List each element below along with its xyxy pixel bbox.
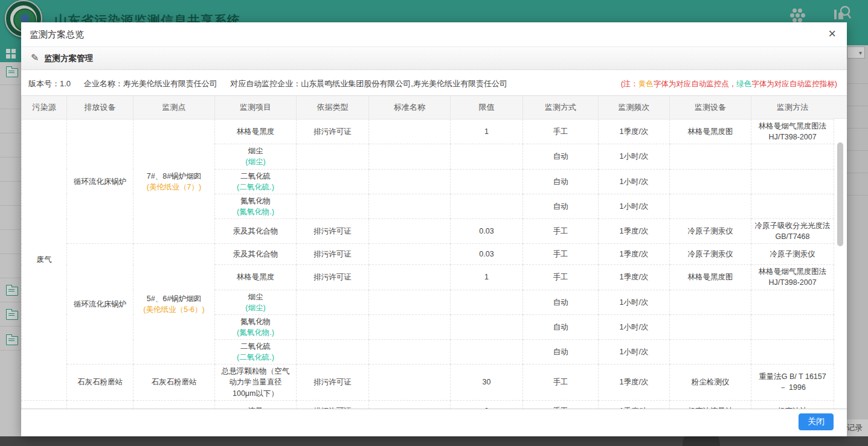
modal-titlebar: 监测方案总览 × (21, 22, 847, 47)
table-cell: 汞及其化合物 (215, 219, 297, 244)
auto-company-value: 山东晨鸣纸业集团股份有限公司,寿光美伦纸业有限责任公司 (301, 79, 507, 88)
table-cell: 石灰石粉磨站 (67, 365, 133, 400)
table-cell: 1小时/次 (599, 290, 670, 314)
table-cell (297, 340, 369, 365)
version-label: 版本号： (28, 79, 60, 88)
cell-line: 二氧化硫 (218, 171, 293, 182)
table-cell: 自动 (523, 144, 599, 169)
table-cell: 汞及其化合物 (215, 244, 297, 265)
table-cell (297, 144, 369, 169)
table-cell (670, 194, 751, 218)
table-cell: 氮氧化物(氮氧化物.) (215, 314, 297, 339)
table-cell: 总悬浮颗粒物（空气动力学当量直径100μm以下） (215, 365, 297, 400)
table-cell: 林格曼黑度图 (670, 265, 751, 290)
auto-monitor-tag: (美伦纸业（7）) (137, 182, 211, 193)
table-row: 废气循环流化床锅炉7#、8#锅炉烟囱(美伦纸业（7）)林格曼黑度排污许可证1手工… (22, 119, 834, 144)
cell-line: 7#、8#锅炉烟囱 (137, 171, 211, 182)
section-header: ✎ 监测方案管理 (21, 47, 847, 70)
table-cell (369, 244, 451, 265)
column-header: 监测频次 (599, 96, 670, 119)
table-cell: 手工 (523, 119, 599, 144)
column-header: 监测点 (133, 96, 215, 119)
table-cell (751, 194, 834, 218)
table-cell (670, 169, 751, 194)
table-cell: 自动 (523, 290, 599, 314)
table-cell (369, 265, 451, 290)
table-cell (751, 314, 834, 339)
table-cell: 1 (451, 265, 523, 290)
table-cell: 循环流化床锅炉 (67, 244, 133, 365)
table-cell: 1季度/次 (599, 265, 670, 290)
table-cell (451, 169, 523, 194)
table-cell: 冷原子吸收分光光度法GB/T7468 (751, 219, 834, 244)
company-value: 寿光美伦纸业有限责任公司 (123, 79, 217, 88)
table-cell: 0.03 (451, 244, 523, 265)
table-cell: 1季度/次 (599, 244, 670, 265)
column-header: 排放设备 (67, 96, 133, 119)
auto-monitor-tag: (氮氧化物.) (218, 206, 293, 217)
table-cell (451, 144, 523, 169)
auto-monitor-tag: (氮氧化物.) (218, 327, 293, 338)
auto-monitor-tag: (烟尘) (218, 156, 293, 167)
table-cell: 氮氧化物(氮氧化物.) (215, 194, 297, 218)
table-cell: 排污许可证 (297, 219, 369, 244)
table-cell: 手工 (523, 265, 599, 290)
note-yellow-word: 黄色 (638, 80, 654, 88)
table-cell: 林格曼烟气黑度图法HJ/T398-2007 (751, 119, 834, 144)
plan-table: 污染源排放设备监测点监测项目依据类型标准名称限值监测方式监测频次监测设备监测方法… (21, 96, 834, 409)
table-scrollbar[interactable] (838, 118, 846, 409)
close-button[interactable]: 关闭 (799, 413, 834, 430)
table-cell: 1季度/次 (599, 119, 670, 144)
table-cell: 排污许可证 (297, 119, 369, 144)
table-cell: 1 (451, 119, 523, 144)
column-header: 监测方法 (751, 96, 834, 119)
table-cell: 林格曼烟气黑度图法HJ/T398-2007 (751, 265, 834, 290)
table-cell: 冷原子测汞仪 (670, 244, 751, 265)
note-mid: 字体为对应自动监控点， (654, 80, 737, 88)
table-cell (670, 314, 751, 339)
table-cell: 冷原子测汞仪 (670, 219, 751, 244)
table-cell: 自动 (523, 194, 599, 218)
table-cell (369, 314, 451, 339)
table-cell: 冷原子测汞仪 (751, 244, 834, 265)
close-icon[interactable]: × (828, 27, 836, 40)
table-cell: 0.03 (451, 219, 523, 244)
table-cell: 粉尘检测仪 (670, 365, 751, 400)
auto-monitor-tag: (烟尘) (218, 302, 293, 313)
table-cell: 二氧化硫(二氧化硫.) (215, 340, 297, 365)
column-header: 污染源 (22, 96, 67, 119)
table-cell: 手工 (523, 244, 599, 265)
note-suffix: 字体为对应自动监控指标) (751, 80, 837, 88)
table-cell: 自动 (523, 169, 599, 194)
plan-info-bar: 版本号：1.0 企业名称：寿光美伦纸业有限责任公司 对应自动监控企业：山东晨鸣纸… (21, 70, 847, 96)
cell-line: 烟尘 (218, 145, 293, 156)
table-cell (670, 290, 751, 314)
table-row: 循环流化床锅炉5#、6#锅炉烟囱(美伦纸业（5-6）)汞及其化合物排污许可证0.… (22, 244, 834, 265)
cell-line: 氮氧化物 (218, 196, 293, 206)
table-cell: 重量法G B/ T 16157 － 1996 (751, 365, 834, 400)
table-cell: 手工 (523, 365, 599, 400)
column-header: 监测项目 (215, 96, 297, 119)
table-cell (369, 144, 451, 169)
table-cell (751, 144, 834, 169)
table-cell: 烟尘(烟尘) (215, 290, 297, 314)
table-cell: 排污许可证 (297, 244, 369, 265)
modal-title: 监测方案总览 (30, 29, 84, 40)
table-cell: 林格曼黑度图 (670, 119, 751, 144)
table-cell: 1季度/次 (599, 219, 670, 244)
table-cell (670, 144, 751, 169)
cell-line: 烟尘 (218, 291, 293, 302)
table-cell (369, 219, 451, 244)
column-header: 监测方式 (523, 96, 599, 119)
table-cell: 林格曼黑度 (215, 265, 297, 290)
section-title: 监测方案管理 (44, 53, 93, 64)
table-cell (369, 290, 451, 314)
table-cell (297, 169, 369, 194)
table-cell: 1小时/次 (599, 169, 670, 194)
auto-monitor-tag: (二氧化硫.) (218, 182, 293, 193)
table-cell (451, 290, 523, 314)
note-prefix: (注： (621, 80, 638, 88)
scrollbar-thumb[interactable] (837, 142, 843, 246)
note-green-word: 绿色 (736, 80, 751, 88)
table-cell: 自动 (523, 314, 599, 339)
